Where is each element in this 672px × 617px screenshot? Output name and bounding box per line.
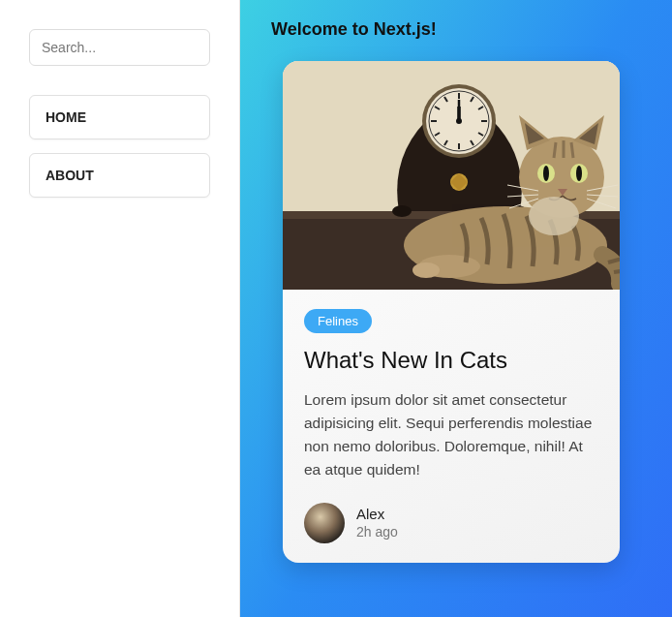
cat-clock-illustration — [283, 61, 620, 290]
svg-point-3 — [392, 205, 412, 217]
card-title: What's New In Cats — [304, 347, 598, 375]
avatar[interactable] — [304, 503, 345, 543]
search-input[interactable] — [29, 29, 210, 66]
svg-point-41 — [529, 197, 579, 235]
nav-item-home[interactable]: HOME — [29, 95, 210, 139]
card-text: Lorem ipsum dolor sit amet consectetur a… — [304, 388, 598, 481]
article-card[interactable]: Felines What's New In Cats Lorem ipsum d… — [283, 61, 620, 563]
author-time: 2h ago — [356, 524, 398, 540]
nav-item-about[interactable]: ABOUT — [29, 153, 210, 198]
page-title: Welcome to Next.js! — [271, 19, 437, 40]
main-content: Welcome to Next.js! — [240, 0, 672, 617]
svg-point-32 — [543, 166, 549, 181]
author-name: Alex — [356, 506, 398, 522]
svg-point-26 — [412, 262, 440, 278]
svg-line-30 — [571, 142, 573, 158]
card-body: Felines What's New In Cats Lorem ipsum d… — [283, 290, 620, 563]
svg-point-23 — [456, 118, 462, 124]
svg-line-43 — [614, 270, 620, 272]
svg-line-28 — [554, 142, 556, 158]
category-badge[interactable]: Felines — [304, 309, 372, 333]
card-image — [283, 61, 620, 290]
author-row: Alex 2h ago — [304, 503, 598, 543]
author-meta: Alex 2h ago — [356, 506, 398, 540]
sidebar: HOME ABOUT — [0, 0, 240, 617]
svg-point-34 — [576, 166, 582, 181]
